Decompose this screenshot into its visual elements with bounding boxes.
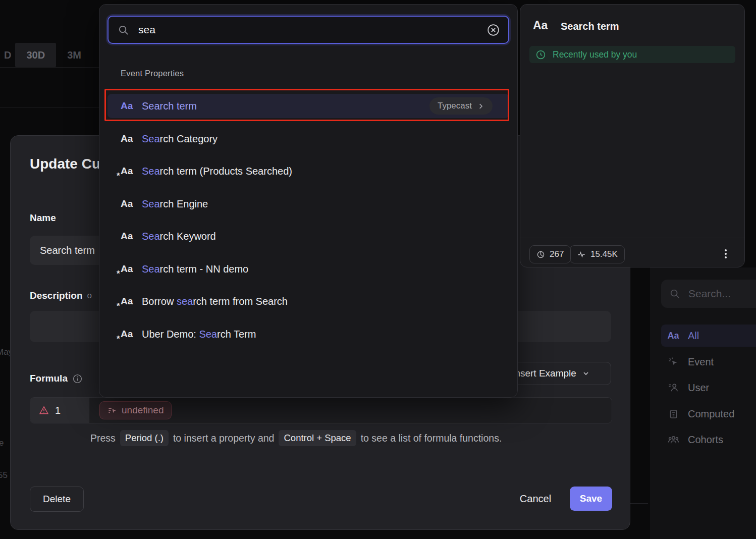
text-type-icon: Aa [667,331,679,341]
info-icon[interactable] [72,373,83,384]
help-mid: to insert a property and [173,433,275,444]
name-label: Name [30,212,56,224]
divider [630,503,648,504]
kbd-period: Period (.) [120,430,169,446]
sidebar-item-label: User [688,382,709,394]
chart-gridline [0,107,99,107]
pie-chart-icon [536,250,545,259]
property-name: Search term [142,100,197,112]
text-property-icon: Aa [121,100,138,112]
clock-icon [535,49,546,60]
sidebar-item-user[interactable]: User [661,376,756,399]
more-options-icon[interactable] [721,248,730,260]
sidebar-item-cohorts[interactable]: Cohorts [661,428,756,451]
custom-event-icon [107,406,117,415]
list-item[interactable]: AaSearch termTypecast [107,94,509,118]
date-range-tabbar: D 30D 3M [0,43,92,67]
sidebar-search[interactable] [661,280,756,308]
property-name: Search Category [142,133,218,145]
sidebar-item-label: All [688,330,699,342]
list-item[interactable]: AaSearch Engine [107,192,509,216]
formula-editor[interactable]: 1 undefined [30,397,612,423]
description-label-text: Description [30,290,83,301]
description-optional-fragment: o [87,291,92,301]
description-label: Description o [30,290,92,301]
custom-asterisk: * [117,171,120,181]
divider [520,238,744,238]
cohorts-icon [667,434,679,446]
property-type-sidebar: AaAllEventUserComputedCohorts [650,267,756,539]
property-name: Borrow search term from Search [142,296,288,307]
delete-button[interactable]: Delete [30,487,84,512]
property-search-field[interactable] [107,16,509,44]
sidebar-item-event[interactable]: Event [661,351,756,373]
custom-asterisk: * [117,334,120,344]
search-modal: Event Properties AaSearch termTypecastAa… [99,4,518,398]
list-item[interactable]: Aa*Search term (Products Searched) [107,159,509,183]
sidebar-item-label: Cohorts [688,434,723,446]
property-name: Search Keyword [142,231,216,242]
recently-used-badge: Recently used by you [529,46,735,63]
undefined-token-label: undefined [122,405,164,416]
typecast-button[interactable]: Typecast [429,97,493,115]
custom-text-property-icon: Aa* [121,166,138,177]
typecast-label: Typecast [438,101,472,111]
tab-30d[interactable]: 30D [15,43,56,67]
formula-error-gutter: 1 [30,398,89,423]
list-item[interactable]: AaSearch Category [107,127,509,151]
help-end: to see a list of formula functions. [361,433,502,444]
computed-icon [667,409,679,419]
sidebar-search-input[interactable] [687,287,750,300]
search-icon [118,24,129,36]
list-item[interactable]: Aa*Search term - NN demo [107,257,509,281]
formula-input-area[interactable]: undefined [89,398,612,423]
volume-stat-pill[interactable]: 15.45K [570,245,625,263]
sidebar-item-label: Event [688,356,714,368]
text-property-icon: Aa [121,133,138,144]
property-detail-panel: Aa Search term Recently used by you 267 … [520,4,745,267]
text-property-icon: Aa [121,198,138,209]
formula-label: Formula [30,373,83,384]
tab-3m[interactable]: 3M [56,43,92,67]
dialog-title: Update Cu [30,156,100,172]
list-item[interactable]: AaSearch Keyword [107,224,509,248]
custom-asterisk: * [117,301,120,311]
count-stat-pill[interactable]: 267 [529,245,571,263]
formula-help-text: Press Period (.) to insert a property an… [90,430,502,446]
app-root: D 30D 3M May e 55 Update Cu Name Descrip… [0,0,756,539]
volume-value: 15.45K [590,249,618,259]
property-name: Uber Demo: Search Term [142,329,256,340]
activity-icon [577,250,586,259]
save-button[interactable]: Save [570,487,612,511]
search-input[interactable] [137,23,487,36]
axis-label-fragment: 55 [0,470,8,480]
sidebar-item-all[interactable]: AaAll [661,325,756,347]
property-name: Search Engine [142,198,208,210]
event-icon [667,356,679,367]
property-name: Search term (Products Searched) [142,166,292,177]
user-icon [667,382,679,393]
chevron-down-icon [582,369,590,378]
search-icon [669,288,680,299]
custom-text-property-icon: Aa* [121,329,138,340]
sidebar-item-computed[interactable]: Computed [661,403,756,425]
custom-text-property-icon: Aa* [121,263,138,275]
text-property-icon: Aa [533,19,548,32]
warning-icon [39,405,49,415]
formula-label-text: Formula [30,373,68,384]
recently-used-label: Recently used by you [553,49,637,60]
cancel-button[interactable]: Cancel [508,487,563,511]
count-value: 267 [550,249,564,259]
clear-search-icon[interactable] [487,23,500,37]
formula-line-number: 1 [55,405,61,416]
list-item[interactable]: Aa*Uber Demo: Search Term [107,322,509,346]
custom-asterisk: * [117,269,120,279]
list-item[interactable]: Aa*Borrow search term from Search [107,289,509,313]
chevron-right-icon [477,102,484,110]
text-property-icon: Aa [121,231,138,242]
chart-gridline [0,67,99,68]
property-title: Search term [561,21,619,32]
undefined-token[interactable]: undefined [99,401,172,419]
tab-7d-fragment[interactable]: D [0,43,15,67]
help-press: Press [90,433,116,444]
